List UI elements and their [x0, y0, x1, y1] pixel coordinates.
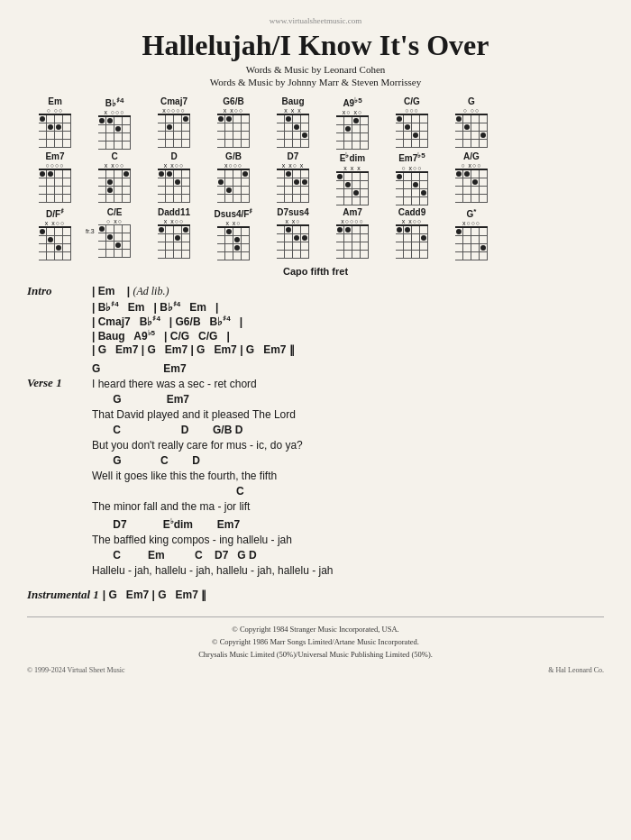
instrumental1-section: Instrumental 1 | G Em7 | G Em7 ‖ [27, 588, 604, 602]
v1-chords7: C Em C D7 G D [92, 548, 604, 562]
chord-cg: C/G ○○○ [384, 96, 440, 150]
chord-ag: A/G ○ x○○ [444, 151, 499, 205]
chord-ce: C/E ○ x○ [87, 207, 142, 260]
v1-lyrics2: That David played and it pleased The Lor… [92, 406, 604, 423]
chord-em: Em ○ ○○ [27, 96, 83, 150]
v1-lyrics5: The minor fall and the ma - jor lift [92, 498, 604, 515]
chord-g: G ○ ○○ [444, 96, 499, 150]
footer-bottom: © 1999-2024 Virtual Sheet Music & Hal Le… [27, 664, 604, 677]
chord-row-2: Em7 ○○○○ [27, 151, 604, 205]
inst1-bars: | G Em7 | G Em7 ‖ [103, 589, 206, 601]
credits-line2: Words & Music by Johnny Marr & Steven Mo… [27, 77, 604, 87]
verse1-container: Verse 1 G Em7 I heard there was a sec - … [27, 361, 604, 579]
credits-line1: Words & Music by Leonard Cohen [27, 64, 604, 75]
chord-a9b5: A9♭5 x○ x○ [325, 96, 380, 150]
footer-line3: Chrysalis Music Limited (50%)/Universal … [27, 648, 604, 661]
chord-cmaj7: Cmaj7 x○○○○ [146, 96, 202, 150]
intro-bar1: | Em | (Ad lib.) [92, 285, 169, 298]
chord-baug: Baug x x x [265, 96, 321, 150]
chord-diagrams: Em ○ ○○ [27, 96, 604, 260]
intro-row4: | Baug A9♭5 | C/G C/G | [27, 329, 604, 342]
verse1-section: Verse 1 G Em7 I heard there was a sec - … [27, 361, 604, 579]
verse1-label: Verse 1 [27, 361, 92, 579]
v1-lyrics4: Well it goes like this the fourth, the f… [92, 468, 604, 484]
footer-line1: © Copyright 1984 Stranger Music Incorpor… [27, 623, 604, 635]
inst1-label: Instrumental 1 [27, 588, 99, 602]
chord-dsus4fs: Dsus4/F♯ x x○ [206, 207, 261, 260]
v1-lyrics3: But you don't really care for mus - ic, … [92, 437, 604, 453]
footer-right: & Hal Leonard Co. [548, 664, 604, 677]
song-content: Intro | Em | (Ad lib.) | B♭♯4 Em | B♭♯4 … [27, 284, 604, 602]
v1-chords4: G C D [92, 453, 604, 468]
chord-d7: D7 x x○ x [265, 151, 321, 205]
footer-left: © 1999-2024 Virtual Sheet Music [27, 664, 125, 677]
chord-row-3: D/F♯ x x○○ [27, 207, 604, 260]
chord-am7: Am7 x○○○○ [325, 207, 380, 260]
v1-chords6: D7 E♭dim Em7 [92, 515, 604, 532]
verse1-lines: G Em7 I heard there was a sec - ret chor… [92, 361, 604, 579]
page-title: Hallelujah/I Know It's Over [27, 29, 604, 62]
intro-section: Intro | Em | (Ad lib.) | B♭♯4 Em | B♭♯4 … [27, 284, 604, 356]
v1-chords1: G Em7 [92, 361, 604, 376]
intro-row2: | B♭♯4 Em | B♭♯4 Em | [27, 300, 604, 314]
v1-chords3: C D G/B D [92, 423, 604, 437]
v1-lyrics1: I heard there was a sec - ret chord [92, 376, 604, 392]
footer-line2: © Copyright 1986 Marr Songs Limited/Arta… [27, 635, 604, 648]
intro-row3: | Cmaj7 B♭♯4 | G6/B B♭♯4 | [27, 315, 604, 328]
chord-dadd11: Dadd11 x x○○ [146, 207, 202, 260]
chord-d7sus4: D7sus4 x x○ [265, 207, 321, 260]
v1-lyrics7: Hallelu - jah, hallelu - jah, hallelu - … [92, 562, 604, 579]
v1-chords2: G Em7 [92, 392, 604, 406]
v1-lyrics6: The baffled king compos - ing hallelu - … [92, 532, 604, 548]
chord-ebdim: E♭dim x x x [325, 151, 380, 205]
chord-em7b5: Em7♭5 ○ x○○ [384, 151, 440, 205]
chord-c: C x x○○ [87, 151, 142, 205]
chord-row-1: Em ○ ○○ [27, 96, 604, 150]
watermark: www.virtualsheetmusic.com [27, 16, 604, 25]
intro-row1: Intro | Em | (Ad lib.) [27, 284, 604, 298]
intro-row5: | G Em7 | G Em7 | G Em7 | G Em7 ‖ [27, 343, 604, 356]
chord-bb4: B♭♯4 x ○○○ [87, 96, 142, 150]
chord-cadd9: Cadd9 x x○○ [384, 207, 440, 260]
chord-d: D x x○○ [146, 151, 202, 205]
intro-label: Intro [27, 284, 92, 298]
footer: © Copyright 1984 Stranger Music Incorpor… [27, 616, 604, 677]
chord-em7: Em7 ○○○○ [27, 151, 83, 205]
capo-text: Capo fifth fret [27, 266, 604, 277]
chord-dfs: D/F♯ x x○○ [27, 207, 83, 260]
page: www.virtualsheetmusic.com Hallelujah/I K… [0, 0, 631, 840]
chord-gb: G/B x○○○ [206, 151, 261, 205]
v1-chords5: C [92, 484, 604, 498]
chord-gstar: G* x○○○ [444, 207, 499, 260]
chord-g6b: G6/B x x○○ [206, 96, 261, 150]
